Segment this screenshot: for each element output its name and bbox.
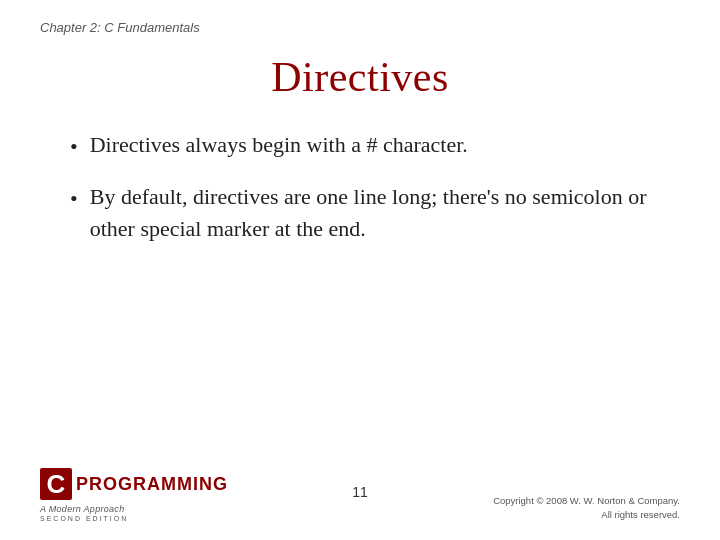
logo-programming: PROGRAMMING: [76, 474, 228, 495]
logo-edition: SECOND EDITION: [40, 515, 128, 522]
bullet-text-1: Directives always begin with a # charact…: [90, 129, 680, 161]
logo-area: C PROGRAMMING A Modern Approach SECOND E…: [40, 468, 228, 522]
content-area: • Directives always begin with a # chara…: [40, 129, 680, 245]
bullet-item-2: • By default, directives are one line lo…: [70, 181, 680, 245]
logo-subtitle: A Modern Approach: [40, 504, 124, 514]
bullet-dot-2: •: [70, 183, 78, 215]
bullet-dot-1: •: [70, 131, 78, 163]
logo-c: C PROGRAMMING: [40, 468, 228, 500]
chapter-label: Chapter 2: C Fundamentals: [40, 20, 680, 35]
slide: Chapter 2: C Fundamentals Directives • D…: [0, 0, 720, 540]
page-number: 11: [352, 484, 368, 500]
slide-title: Directives: [40, 53, 680, 101]
bullet-item-1: • Directives always begin with a # chara…: [70, 129, 680, 163]
bullet-text-2: By default, directives are one line long…: [90, 181, 680, 245]
logo-c-letter: C: [40, 468, 72, 500]
copyright: Copyright © 2008 W. W. Norton & Company.…: [493, 494, 680, 523]
footer: C PROGRAMMING A Modern Approach SECOND E…: [0, 468, 720, 522]
